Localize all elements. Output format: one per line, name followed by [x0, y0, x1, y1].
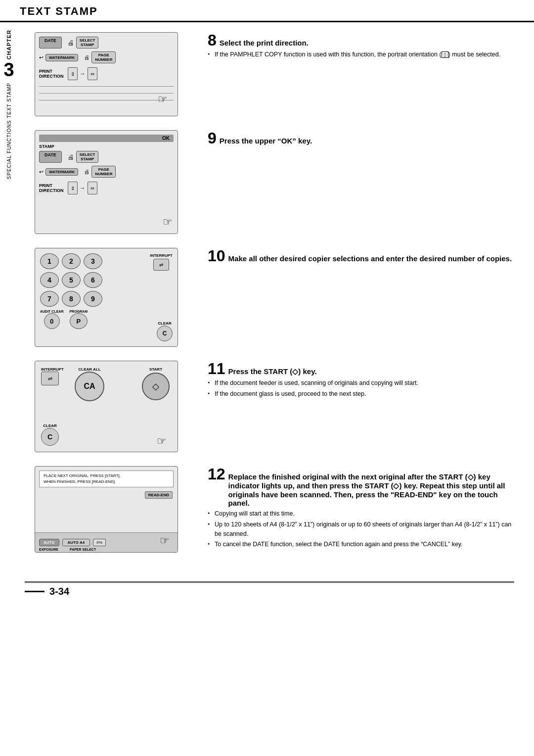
direction-arrow: → — [80, 70, 86, 77]
chapter-sub: SPECIAL FUNCTIONS Text stamp — [6, 83, 12, 179]
step-8-panel: DATE 🖨 SELECTSTAMP ↩ WATERMARK 🖨 PAGENUM… — [35, 32, 193, 116]
landscape-icon-2[interactable]: ▭ — [88, 182, 97, 194]
glass-line2: WHEN FINISHED, PRESS [READ-END]. — [44, 479, 169, 485]
key-7[interactable]: 7 — [40, 291, 59, 307]
key-6[interactable]: 6 — [84, 272, 102, 288]
watermark-button[interactable]: WATERMARK — [45, 54, 78, 61]
select-stamp-button-2[interactable]: SELECTSTAMP — [76, 151, 99, 163]
paper-select-label: PAPER SELECT — [70, 548, 96, 551]
step-9-row: OK STAMP DATE 🖨 SELECTSTAMP ↩ WATERMARK — [35, 130, 519, 234]
step-9-panel: OK STAMP DATE 🖨 SELECTSTAMP ↩ WATERMARK — [35, 130, 193, 234]
step-12-panel: PLACE NEXT ORIGINAL. PRESS [START]. WHEN… — [35, 466, 193, 553]
key-9[interactable]: 9 — [84, 291, 102, 307]
step-11-body: If the document feeder is used, scanning… — [208, 378, 519, 399]
numpad-panel: INTERRUPT ⇌ 1 2 3 4 5 6 7 8 9 — [35, 248, 178, 347]
finger-press-icon: ☞ — [158, 93, 168, 106]
footer-page-number: 3-34 — [49, 586, 69, 597]
step-12-bullet-1: Copying will start at this time. — [208, 509, 519, 519]
step-8-bullet-1: If the PAMPHLET COPY function is used wi… — [208, 50, 519, 59]
step-11-bullet-1: If the document feeder is used, scanning… — [208, 378, 519, 388]
portrait-icon[interactable]: ▯ — [68, 67, 78, 80]
clear-label-2: CLEAR — [41, 424, 59, 428]
step-8-body: If the PAMPHLET COPY function is used wi… — [208, 50, 519, 59]
direction-arrow-2: → — [80, 185, 86, 191]
clear-button[interactable]: C — [41, 428, 59, 446]
step-11-title: Press the START (◇) key. — [228, 367, 317, 376]
print-direction-label: PRINTDIRECTION — [39, 69, 64, 79]
stamp-label: STAMP — [39, 144, 174, 149]
chapter-number: 3 — [3, 59, 14, 81]
landscape-icon[interactable]: ▭ — [88, 67, 97, 80]
step-12-bullet-3: To cancel the DATE function, select the … — [208, 540, 519, 549]
page-number-button[interactable]: PAGENUMBER — [91, 51, 116, 63]
step-12-content: 12 Replace the finished original with th… — [208, 466, 519, 551]
step-8-title: Select the print direction. — [220, 39, 309, 47]
controls-panel: INTERRUPT ⇌ CLEAR ALL CA START ◇ CLEAR C — [35, 361, 178, 452]
step-10-row: INTERRUPT ⇌ 1 2 3 4 5 6 7 8 9 — [35, 248, 519, 347]
step-10-content: 10 Make all other desired copier selecti… — [208, 248, 519, 266]
program-label: PROGRAM — [69, 310, 88, 313]
main-content: DATE 🖨 SELECTSTAMP ↩ WATERMARK 🖨 PAGENUM… — [25, 22, 534, 576]
interrupt-button[interactable]: ⇌ — [153, 259, 169, 271]
step-8-number: 8 — [208, 32, 217, 48]
chapter-sidebar: CHAPTER 3 SPECIAL FUNCTIONS Text stamp — [0, 30, 18, 475]
key-2[interactable]: 2 — [62, 253, 81, 269]
step-12-body: Copying will start at this time. Up to 1… — [208, 509, 519, 549]
finger-press-start: ☞ — [157, 435, 167, 448]
step-9-content: 9 Press the upper “OK” key. — [208, 130, 519, 148]
ok-button[interactable]: OK — [39, 135, 174, 142]
finger-press-ok: ☞ — [163, 216, 173, 229]
clear-all-button[interactable]: CA — [75, 372, 104, 401]
date-button[interactable]: DATE — [39, 37, 62, 48]
step-11-panel: INTERRUPT ⇌ CLEAR ALL CA START ◇ CLEAR C — [35, 361, 193, 452]
step-12-row: PLACE NEXT ORIGINAL. PRESS [START]. WHEN… — [35, 466, 519, 553]
step-12-number: 12 — [208, 466, 225, 482]
exposure-label: EXPOSURE — [39, 548, 58, 551]
print-direction-panel: DATE 🖨 SELECTSTAMP ↩ WATERMARK 🖨 PAGENUM… — [35, 32, 178, 116]
key-3[interactable]: 3 — [84, 253, 102, 269]
key-5[interactable]: 5 — [62, 272, 81, 288]
page-number-button-2[interactable]: PAGENUMBER — [91, 166, 116, 178]
step-11-row: INTERRUPT ⇌ CLEAR ALL CA START ◇ CLEAR C — [35, 361, 519, 452]
print-direction-label-2: PRINTDIRECTION — [39, 183, 64, 193]
key-8[interactable]: 8 — [62, 291, 81, 307]
step-11-number: 11 — [208, 361, 225, 377]
auto-button[interactable]: AUTO — [39, 539, 59, 546]
finger-press-glass: ☞ — [160, 534, 170, 547]
step-8-content: 8 Select the print direction. If the PAM… — [208, 32, 519, 61]
percent-display: 0% — [93, 539, 106, 546]
audit-clear-label: AUDIT CLEAR — [40, 310, 63, 313]
portrait-icon-2[interactable]: ▯ — [68, 182, 78, 194]
step-10-title: Make all other desired copier selections… — [228, 254, 512, 263]
interrupt-button-2[interactable]: ⇌ — [41, 372, 59, 385]
start-label: START — [142, 367, 170, 372]
page-title: TEXT STAMP — [20, 5, 98, 18]
interrupt-label: INTERRUPT — [150, 253, 173, 258]
key-clear[interactable]: C — [157, 326, 173, 341]
chapter-label: CHAPTER — [6, 30, 12, 59]
step-11-bullet-2: If the document glass is used, proceed t… — [208, 389, 519, 399]
glass-line1: PLACE NEXT ORIGINAL. PRESS [START]. — [44, 473, 169, 479]
step-8-row: DATE 🖨 SELECTSTAMP ↩ WATERMARK 🖨 PAGENUM… — [35, 32, 519, 116]
page-header: TEXT STAMP — [0, 0, 534, 22]
date-button-2[interactable]: DATE — [39, 151, 62, 163]
step-12-bullet-2: Up to 120 sheets of A4 (8-1/2” x 11”) or… — [208, 520, 519, 539]
numpad-bottom-row: AUDIT CLEAR 0 PROGRAM P CLEAR C — [40, 310, 173, 329]
page-footer: 3-34 — [25, 581, 514, 597]
key-0[interactable]: 0 — [44, 313, 60, 329]
clear-label: CLEAR — [158, 321, 172, 326]
key-program[interactable]: P — [70, 313, 88, 329]
interrupt-label-2: INTERRUPT — [41, 367, 64, 372]
step-9-number: 9 — [208, 130, 217, 146]
watermark-button-2[interactable]: WATERMARK — [45, 168, 78, 176]
step-12-title: Replace the finished original with the n… — [228, 472, 519, 507]
start-button[interactable]: ◇ — [142, 373, 170, 400]
key-4[interactable]: 4 — [40, 272, 59, 288]
key-1[interactable]: 1 — [40, 253, 59, 269]
select-stamp-button[interactable]: SELECTSTAMP — [76, 37, 99, 48]
read-end-button[interactable]: READ-END — [145, 491, 173, 499]
clear-all-label: CLEAR ALL — [75, 367, 104, 372]
paper-select-button[interactable]: AUTO A4 — [62, 539, 90, 546]
step-10-panel: INTERRUPT ⇌ 1 2 3 4 5 6 7 8 9 — [35, 248, 193, 347]
glass-panel: PLACE NEXT ORIGINAL. PRESS [START]. WHEN… — [35, 466, 178, 553]
